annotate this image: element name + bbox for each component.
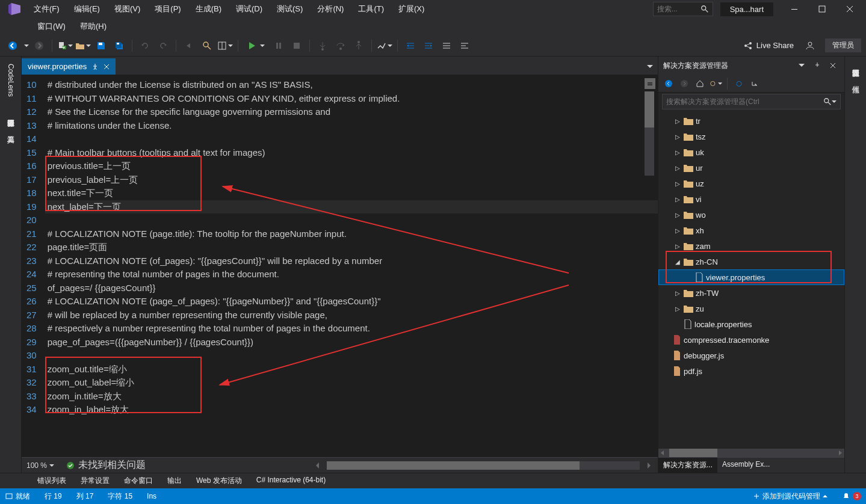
code-line[interactable]: # LOCALIZATION NOTE (page_of_pages): "{{…	[45, 295, 658, 309]
step-into-button[interactable]	[315, 38, 330, 54]
sp-back-button[interactable]	[662, 77, 675, 90]
tree-file-debugger[interactable]: debugger.js	[658, 348, 844, 363]
code-line[interactable]: zoom_out.title=缩小	[45, 363, 658, 376]
tab-team-explorer[interactable]: 团队资源管理器	[848, 59, 863, 69]
panel-h-scrollbar[interactable]	[658, 449, 844, 457]
menu-view[interactable]: 视图(V)	[107, 1, 147, 17]
code-line[interactable]: next_label=下一页	[45, 200, 658, 214]
code-line[interactable]: previous_label=上一页	[45, 173, 658, 187]
status-notifications[interactable]: 3	[842, 492, 861, 500]
save-all-button[interactable]	[111, 38, 127, 54]
code-line[interactable]: next.title=下一页	[45, 186, 658, 200]
step-back-button[interactable]	[181, 38, 197, 54]
maximize-button[interactable]	[808, 0, 836, 18]
code-line[interactable]: # representing the total number of pages…	[45, 268, 658, 281]
code-body[interactable]: # distributed under the License is distr…	[45, 75, 658, 457]
solution-tree[interactable]: ▷tr▷tsz▷uk▷ur▷uz▷vi▷wo▷xh▷zam◢zh-CNviewe…	[658, 111, 844, 449]
tree-folder-uz[interactable]: ▷uz	[658, 176, 844, 191]
tree-folder-vi[interactable]: ▷vi	[658, 191, 844, 207]
tab-server-explorer[interactable]: 服务器资源管理器	[3, 109, 18, 118]
tab-webpublish[interactable]: Web 发布活动	[189, 473, 249, 488]
code-line[interactable]: # Main toolbar buttons (tooltips and alt…	[45, 146, 658, 160]
horizontal-scrollbar[interactable]	[327, 461, 640, 470]
tree-folder-uk[interactable]: ▷uk	[658, 144, 844, 160]
tree-folder-zam[interactable]: ▷zam	[658, 238, 844, 254]
tree-folder-zh-TW[interactable]: ▷zh-TW	[658, 285, 844, 301]
minimize-button[interactable]	[781, 0, 808, 18]
tree-folder-tsz[interactable]: ▷tsz	[658, 129, 844, 144]
code-line[interactable]: zoom_in_label=放大	[45, 403, 658, 417]
undo-button[interactable]	[137, 38, 153, 54]
step-out-button[interactable]	[351, 38, 367, 54]
open-file-button[interactable]	[75, 38, 91, 54]
close-button[interactable]	[836, 0, 864, 18]
expand-icon[interactable]: ▷	[674, 196, 681, 203]
tree-file-viewer-properties[interactable]: viewer.properties	[658, 269, 844, 285]
tab-toolbox[interactable]: 工具箱	[3, 126, 18, 135]
menu-test[interactable]: 测试(S)	[270, 1, 310, 17]
tab-overflow-button[interactable]	[642, 59, 658, 75]
stop-button[interactable]	[289, 38, 305, 54]
editor-scrollbar[interactable]	[645, 78, 655, 457]
uncomment-button[interactable]	[457, 38, 472, 54]
code-line[interactable]	[45, 214, 658, 227]
expand-icon[interactable]: ▷	[674, 306, 681, 312]
expand-icon[interactable]: ▷	[674, 149, 681, 156]
menu-edit[interactable]: 编辑(E)	[67, 1, 107, 17]
comment-button[interactable]	[439, 38, 454, 54]
menu-debug[interactable]: 调试(D)	[229, 1, 270, 17]
new-file-button[interactable]	[57, 38, 73, 54]
code-line[interactable]: # See the License for the specific langu…	[45, 105, 658, 119]
status-vcs[interactable]: 添加到源代码管理	[753, 491, 827, 502]
code-line[interactable]: # distributed under the License is distr…	[45, 78, 658, 92]
menu-window[interactable]: 窗口(W)	[30, 19, 73, 34]
sp-home-button[interactable]	[693, 77, 707, 90]
sp-sync-button[interactable]	[709, 77, 722, 90]
tab-properties[interactable]: 属性	[848, 76, 863, 85]
code-line[interactable]: # LOCALIZATION NOTE (of_pages): "{{pages…	[45, 254, 658, 268]
menu-help[interactable]: 帮助(H)	[73, 19, 114, 34]
panel-close-button[interactable]	[826, 59, 840, 72]
step-over-button[interactable]	[333, 38, 348, 54]
expand-icon[interactable]: ▷	[674, 212, 681, 218]
close-icon[interactable]	[104, 64, 110, 70]
code-line[interactable]: zoom_in.title=放大	[45, 390, 658, 404]
code-line[interactable]: zoom_out_label=缩小	[45, 376, 658, 390]
nav-back-button[interactable]	[5, 38, 20, 54]
start-debug-button[interactable]	[243, 38, 268, 54]
scroll-right-icon[interactable]	[645, 461, 653, 470]
tab-output[interactable]: 输出	[160, 473, 189, 488]
tab-command[interactable]: 命令窗口	[117, 473, 160, 488]
indent-left-button[interactable]	[403, 38, 418, 54]
code-line[interactable]	[45, 132, 658, 146]
code-line[interactable]: # LOCALIZATION NOTE (page.title): The to…	[45, 227, 658, 241]
code-line[interactable]: # WITHOUT WARRANTIES OR CONDITIONS OF AN…	[45, 92, 658, 106]
search-box[interactable]	[653, 2, 713, 16]
menu-analyze[interactable]: 分析(N)	[310, 1, 351, 17]
menu-file[interactable]: 文件(F)	[26, 1, 67, 17]
tab-errors[interactable]: 错误列表	[30, 473, 73, 488]
expand-icon[interactable]: ▷	[674, 243, 681, 250]
code-line[interactable]: of_pages=/ {{pagesCount}}	[45, 281, 658, 295]
tree-file-pdfjs[interactable]: pdf.js	[658, 363, 844, 379]
layout-button[interactable]	[217, 38, 233, 54]
pin-icon[interactable]	[91, 63, 99, 70]
panel-menu-button[interactable]	[795, 59, 808, 72]
search-input[interactable]	[657, 5, 701, 13]
code-line[interactable]: page_of_pages=({{pageNumber}} / {{pagesC…	[45, 336, 658, 349]
tree-folder-xh[interactable]: ▷xh	[658, 223, 844, 238]
code-line[interactable]: page.title=页面	[45, 241, 658, 254]
tree-folder-wo[interactable]: ▷wo	[658, 207, 844, 223]
tree-folder-zh-cn[interactable]: ◢zh-CN	[658, 254, 844, 269]
tree-file-compressed[interactable]: compressed.tracemonke	[658, 332, 844, 348]
menu-tools[interactable]: 工具(T)	[351, 1, 391, 17]
find-button[interactable]	[199, 38, 215, 54]
code-line[interactable]: # will be replaced by a number represent…	[45, 309, 658, 322]
tool-button-1[interactable]	[377, 38, 392, 54]
user-button[interactable]	[802, 38, 818, 54]
indent-right-button[interactable]	[421, 38, 436, 54]
solution-search-input[interactable]	[666, 97, 823, 106]
sp-fwd-button[interactable]	[678, 77, 691, 90]
pause-button[interactable]	[271, 38, 286, 54]
menu-extensions[interactable]: 扩展(X)	[391, 1, 431, 17]
